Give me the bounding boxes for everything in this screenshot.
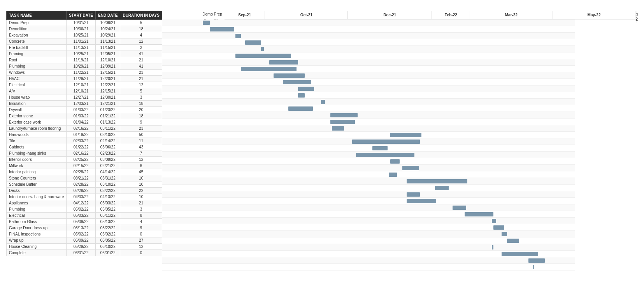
cell-18-0: Hardwoods [7,132,67,138]
gantt-bar [407,192,420,197]
cell-33-3: 9 [120,225,162,231]
cell-12-0: House wrap [7,94,67,101]
cell-29-0: Appliances [7,200,67,206]
cell-4-3: 2 [120,45,162,51]
cell-7-1: 10/29/21 [67,63,96,70]
gantt-row [162,125,575,132]
cell-23-0: Millwork [7,163,67,169]
gantt-row [162,251,575,257]
gantt-row [162,218,575,224]
cell-34-2: 05/02/22 [96,231,120,237]
cell-20-3: 43 [120,144,162,150]
gantt-row [162,171,575,178]
cell-1-1: 10/06/21 [67,26,96,32]
table-row: Stone Counters03/21/2203/31/2210 [7,175,162,181]
table-row: Exterior case work01/04/2201/13/229 [7,119,162,126]
gantt-row [162,112,575,119]
cell-4-0: Pre backfill [7,45,67,51]
cell-32-0: Bathroom Glass [7,219,67,225]
gantt-inner: Sep-21Oct-21Dec-21Feb-22Mar-22May-22Jul-… [162,11,637,270]
gantt-bar [435,186,449,190]
cell-10-0: Electrical [7,82,67,88]
cell-23-2: 02/21/22 [96,163,120,169]
cell-26-1: 02/28/22 [67,181,96,188]
cell-13-2: 12/21/21 [96,101,120,107]
gantt-bar [389,173,397,177]
gantt-row [162,185,575,191]
cell-6-2: 12/10/21 [96,57,120,63]
cell-22-2: 03/09/22 [96,157,120,163]
cell-34-3: 0 [120,231,162,237]
cell-19-0: Tile [7,138,67,144]
cell-5-1: 10/25/21 [67,51,96,57]
cell-18-3: 50 [120,132,162,138]
cell-27-0: Decks [7,188,67,194]
table-row: Drywall01/03/2201/23/2220 [7,107,162,113]
cell-6-0: Roof [7,57,67,63]
cell-4-1: 11/13/21 [67,45,96,51]
cell-14-1: 01/03/22 [67,107,96,113]
table-row: Decks02/28/2203/22/2222 [7,188,162,194]
cell-14-2: 01/23/22 [96,107,120,113]
table-row: Plumbing -hang sinks02/16/2202/23/227 [7,150,162,157]
gantt-row [162,198,575,204]
cell-23-3: 6 [120,163,162,169]
gantt-bar [210,27,234,31]
cell-3-1: 11/01/21 [67,38,96,45]
cell-0-3: 5 [120,20,162,26]
cell-0-0: Demo Prep [7,20,67,26]
cell-9-0: HVAC [7,76,67,82]
gantt-bar [352,140,420,144]
table-row: Exterior stone01/03/2201/21/2218 [7,113,162,119]
cell-20-0: Cabinets [7,144,67,150]
cell-8-0: Windows [7,70,67,76]
gantt-row [162,264,575,270]
gantt-row [162,26,575,33]
gantt-bar [269,60,298,65]
cell-22-0: Interior doors [7,157,67,163]
cell-17-3: 23 [120,126,162,132]
gantt-bar [298,93,305,98]
gantt-row [162,211,575,218]
cell-3-2: 11/13/21 [96,38,120,45]
gantt-bar [507,239,519,243]
cell-12-1: 12/27/21 [67,94,96,101]
gantt-bar [235,34,241,38]
cell-26-2: 03/10/22 [96,181,120,188]
gantt-bar [332,126,344,131]
gantt-bar [241,67,297,71]
cell-28-1: 04/03/22 [67,194,96,200]
cell-13-1: 12/03/21 [67,101,96,107]
cell-6-3: 21 [120,57,162,63]
table-row: HVAC11/29/2112/20/2121 [7,76,162,82]
gantt-row [162,119,575,125]
cell-2-2: 10/29/21 [96,32,120,38]
gantt-bar [492,245,493,249]
gantt-bar [502,232,507,236]
gantt-bar [298,87,314,91]
col-header-2: END DATE [96,11,120,20]
cell-28-3: 10 [120,194,162,200]
gantt-bar [245,40,261,45]
cell-27-2: 03/22/22 [96,188,120,194]
table-row: Cabinets01/22/2203/06/2243 [7,144,162,150]
table-row: Framing10/25/2112/05/2141 [7,51,162,57]
gantt-row [162,59,575,66]
gantt-row [162,257,575,264]
gantt-row [162,204,575,211]
cell-7-0: Plumbing [7,63,67,70]
cell-25-3: 10 [120,175,162,181]
cell-34-0: FINAL Inspections [7,231,67,237]
cell-20-2: 03/06/22 [96,144,120,150]
table-row: Roof11/19/2112/10/2121 [7,57,162,63]
cell-30-1: 05/02/22 [67,206,96,213]
cell-33-0: Garage Door dress up [7,225,67,231]
gantt-month-4: Mar-22 [470,11,553,19]
cell-24-0: Interior painting [7,169,67,175]
gantt-month-6: Jul-22 [635,11,637,23]
table-row: Schedule Buffer02/28/2203/10/2210 [7,181,162,188]
cell-35-3: 27 [120,237,162,244]
cell-15-0: Exterior stone [7,113,67,119]
gantt-bar [203,21,209,25]
table-row: Electrical12/10/2112/22/2112 [7,82,162,88]
